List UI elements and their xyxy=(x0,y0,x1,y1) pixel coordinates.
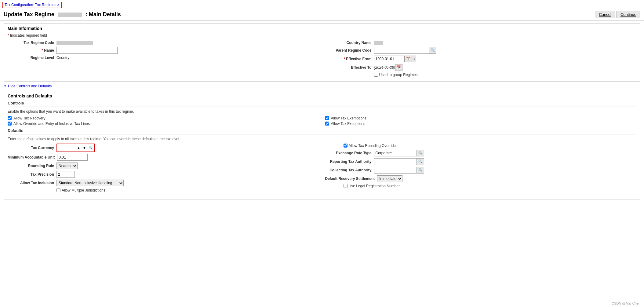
allow-tax-exemptions-item: Allow Tax Exemptions xyxy=(325,116,637,120)
regime-level-label: Regime Level xyxy=(8,56,56,60)
allow-override-checkbox[interactable] xyxy=(8,122,12,126)
defaults-description: Enter the default values to apply to all… xyxy=(8,137,636,141)
allow-tax-rounding-override-checkbox[interactable] xyxy=(344,144,347,148)
minimum-accountable-unit-input[interactable] xyxy=(57,154,88,161)
required-note: * Indicates required field xyxy=(8,33,636,38)
tax-regime-code-value xyxy=(56,41,93,45)
allow-tax-rounding-override-row: Allow Tax Rounding Override xyxy=(325,144,637,148)
allow-tax-inclusion-label: Allow Tax Inclusion xyxy=(8,181,56,185)
collecting-tax-authority-label: Collecting Tax Authority xyxy=(325,168,374,172)
defaults-subsection-title: Defaults xyxy=(8,128,636,134)
default-recovery-settlement-row: Default Recovery Settlement Immediate De… xyxy=(325,175,637,182)
used-to-group-checkbox[interactable] xyxy=(374,73,378,77)
reporting-tax-authority-search-btn[interactable]: 🔍 xyxy=(417,158,424,165)
used-to-group-row: Used to group Regimes xyxy=(325,73,637,77)
effective-to-row: Effective To (2024-05-28) 📅 xyxy=(325,64,637,71)
controls-defaults-title: Controls and Defaults xyxy=(8,93,636,98)
name-label: * Name xyxy=(8,48,56,53)
continue-button[interactable]: Continue xyxy=(617,11,640,18)
rounding-rule-select[interactable]: Nearest Up Down xyxy=(56,163,78,169)
exchange-rate-type-row: Exchange Rate Type 🔍 xyxy=(325,150,637,156)
parent-regime-code-search-btn[interactable]: 🔍 xyxy=(429,47,436,54)
allow-tax-recovery-label: Allow Tax Recovery xyxy=(13,116,45,120)
tax-regime-code-row: Tax Regime Code xyxy=(8,41,319,45)
parent-regime-code-label: Parent Regime Code xyxy=(325,48,374,53)
regime-level-value: Country xyxy=(56,56,69,60)
effective-from-calendar-btn[interactable]: 📅 xyxy=(405,56,412,62)
controls-subsection-title: Controls xyxy=(8,101,636,107)
reporting-tax-authority-label: Reporting Tax Authority xyxy=(325,159,374,164)
regime-level-row: Regime Level Country xyxy=(8,56,319,60)
collecting-tax-authority-input[interactable] xyxy=(374,167,417,174)
reporting-tax-authority-row: Reporting Tax Authority 🔍 xyxy=(325,158,637,165)
tax-precision-label: Tax Precision xyxy=(8,172,56,177)
allow-tax-inclusion-select[interactable]: Standard Non-Inclusive Handling Standard… xyxy=(56,180,124,186)
effective-from-input[interactable] xyxy=(374,56,405,62)
tax-currency-arrow-up-btn[interactable]: ▲ xyxy=(76,144,82,151)
collapse-triangle-icon: ▼ xyxy=(4,84,7,88)
allow-multiple-jurisdictions-row: Allow Multiple Jurisdictions xyxy=(8,188,319,192)
country-name-value xyxy=(374,41,383,45)
effective-to-calendar-btn[interactable]: 📅 xyxy=(395,64,402,71)
collecting-tax-authority-search-btn[interactable]: 🔍 xyxy=(417,167,424,174)
tax-regime-code-label: Tax Regime Code xyxy=(8,41,56,45)
exchange-rate-type-search-btn[interactable]: 🔍 xyxy=(417,150,424,156)
name-input[interactable] xyxy=(56,47,118,54)
tax-currency-input[interactable] xyxy=(57,144,76,151)
cancel-button[interactable]: Cancel xyxy=(595,11,615,18)
allow-tax-rounding-override-label: Allow Tax Rounding Override xyxy=(349,144,396,148)
allow-override-item: Allow Override and Entry of Inclusive Ta… xyxy=(8,122,319,126)
use-legal-registration-number-row: Use Legal Registration Number xyxy=(325,184,637,188)
use-legal-registration-number-label: Use Legal Registration Number xyxy=(349,184,400,188)
allow-multiple-jurisdictions-checkbox[interactable] xyxy=(56,188,60,192)
tax-currency-arrow-down-btn[interactable]: ▼ xyxy=(82,144,87,151)
default-recovery-settlement-select[interactable]: Immediate Deferred xyxy=(377,175,402,182)
rounding-rule-row: Rounding Rule Nearest Up Down xyxy=(8,163,319,169)
minimum-accountable-unit-label: Minimum Accountable Unit xyxy=(8,155,57,159)
main-information-section: Main Information * Indicates required fi… xyxy=(4,23,640,82)
effective-from-label: * Effective From xyxy=(325,57,374,61)
controls-checkboxes: Allow Tax Recovery Allow Tax Exemptions … xyxy=(8,116,636,126)
effective-from-info-btn[interactable]: ℹ xyxy=(412,56,416,62)
page-title: Update Tax Regime : Main Details xyxy=(4,11,121,18)
breadcrumb-link[interactable]: Tax Configuration: Tax Regimes > xyxy=(5,3,60,7)
page-header: Update Tax Regime : Main Details Cancel … xyxy=(0,10,644,21)
hide-controls-link[interactable]: ▼ Hide Controls and Defaults xyxy=(4,84,640,88)
tax-precision-row: Tax Precision xyxy=(8,171,319,178)
defaults-subsection: Defaults Enter the default values to app… xyxy=(8,128,636,194)
country-name-label: Country Name xyxy=(325,41,374,45)
allow-tax-exemptions-checkbox[interactable] xyxy=(325,116,329,120)
reporting-tax-authority-input[interactable] xyxy=(374,158,417,165)
default-recovery-settlement-label: Default Recovery Settlement xyxy=(325,177,377,181)
controls-defaults-section: Controls and Defaults Controls Enable th… xyxy=(4,91,640,199)
tax-currency-row: Tax Currency ▲ ▼ 🔍 xyxy=(8,144,319,152)
allow-tax-exceptions-checkbox[interactable] xyxy=(325,122,329,126)
allow-tax-exemptions-label: Allow Tax Exemptions xyxy=(331,116,367,120)
parent-regime-code-input[interactable] xyxy=(374,47,429,54)
tax-precision-input[interactable] xyxy=(56,171,75,178)
header-buttons: Cancel Continue xyxy=(595,11,640,18)
minimum-accountable-unit-row: Minimum Accountable Unit xyxy=(8,154,319,161)
name-row: * Name xyxy=(8,47,319,54)
tax-currency-input-group: ▲ ▼ 🔍 xyxy=(56,144,95,152)
exchange-rate-type-label: Exchange Rate Type xyxy=(325,151,374,155)
tax-currency-search-btn[interactable]: 🔍 xyxy=(87,144,94,151)
controls-subsection: Controls Enable the options that you wan… xyxy=(8,101,636,126)
defaults-left: Tax Currency ▲ ▼ 🔍 Minimum Accountable U… xyxy=(8,144,319,194)
allow-tax-recovery-checkbox[interactable] xyxy=(8,116,12,120)
allow-tax-exceptions-label: Allow Tax Exceptions xyxy=(331,122,366,126)
breadcrumb[interactable]: Tax Configuration: Tax Regimes > xyxy=(2,2,62,8)
allow-override-label: Allow Override and Entry of Inclusive Ta… xyxy=(13,122,90,126)
allow-tax-inclusion-row: Allow Tax Inclusion Standard Non-Inclusi… xyxy=(8,180,319,186)
defaults-right: Allow Tax Rounding Override Exchange Rat… xyxy=(325,144,637,194)
rounding-rule-label: Rounding Rule xyxy=(8,164,56,168)
exchange-rate-type-input[interactable] xyxy=(374,150,417,156)
country-name-row: Country Name xyxy=(325,41,637,45)
effective-from-row: * Effective From 📅 ℹ xyxy=(325,56,637,62)
allow-tax-recovery-item: Allow Tax Recovery xyxy=(8,116,319,120)
controls-description: Enable the options that you want to make… xyxy=(8,109,636,114)
parent-regime-code-row: Parent Regime Code 🔍 xyxy=(325,47,637,54)
use-legal-registration-number-checkbox[interactable] xyxy=(344,184,347,188)
allow-multiple-jurisdictions-label: Allow Multiple Jurisdictions xyxy=(62,188,105,192)
main-information-title: Main Information xyxy=(8,26,636,31)
